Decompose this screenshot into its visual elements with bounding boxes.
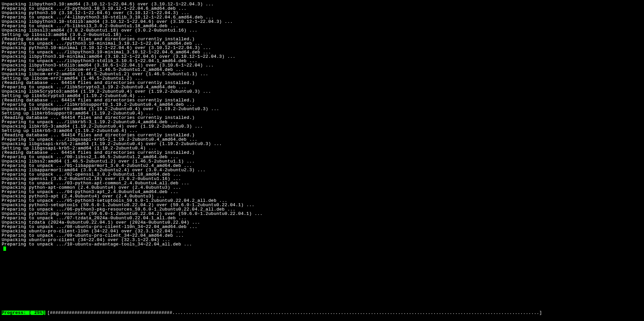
terminal-output: Unpacking libpython3.10:amd64 (3.10.12-1… bbox=[0, 0, 644, 251]
progress-bar-track: [#######################################… bbox=[47, 311, 542, 315]
progress-percent-label: Progress: [ 25%] bbox=[2, 311, 45, 315]
terminal-cursor bbox=[3, 246, 6, 251]
apt-progress-bar: Progress: [ 25%] [######################… bbox=[2, 311, 642, 315]
terminal-line: Preparing to unpack .../10-ubuntu-advant… bbox=[2, 242, 642, 246]
